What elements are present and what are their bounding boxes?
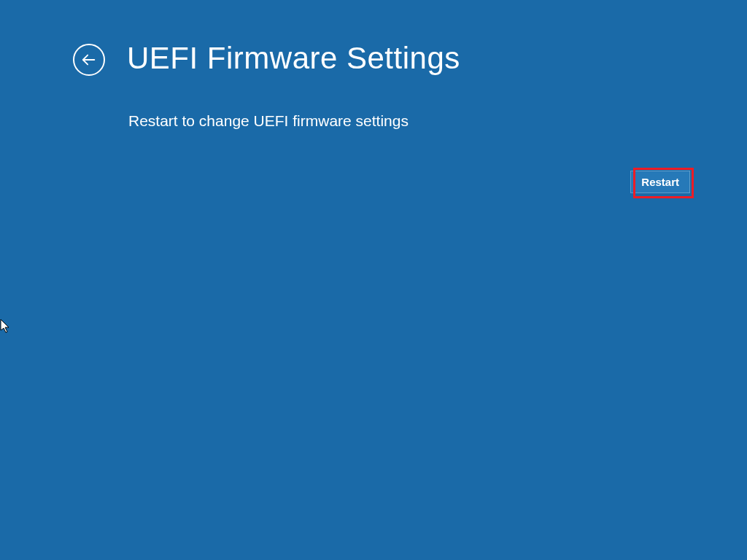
page-title: UEFI Firmware Settings: [127, 41, 460, 76]
cursor-icon: [0, 319, 12, 335]
header-row: UEFI Firmware Settings: [0, 0, 747, 76]
button-row: Restart: [630, 171, 690, 193]
back-button[interactable]: [73, 44, 105, 76]
arrow-left-icon: [81, 52, 97, 68]
restart-button[interactable]: Restart: [630, 171, 690, 193]
description-text: Restart to change UEFI firmware settings: [128, 112, 747, 130]
